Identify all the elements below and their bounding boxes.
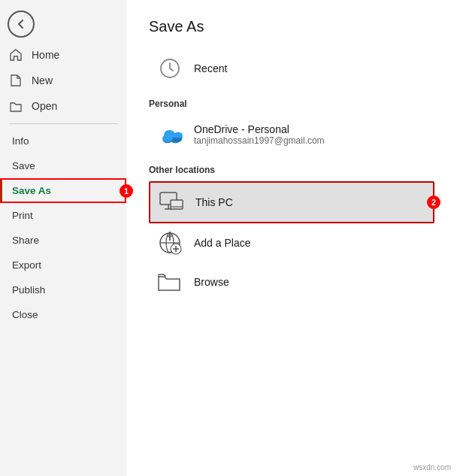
home-icon: [9, 48, 24, 62]
onedrive-text: OneDrive - Personal tanjimahossain1997@g…: [194, 123, 325, 146]
sidebar-item-open[interactable]: Open: [0, 93, 126, 119]
this-pc-wrapper: This PC 2: [149, 181, 434, 223]
sidebar-item-share[interactable]: Share: [0, 228, 126, 253]
open-icon: [9, 99, 24, 113]
browse-name: Browse: [194, 276, 229, 288]
onedrive-name: OneDrive - Personal: [194, 123, 325, 135]
add-place-icon: [156, 229, 183, 256]
new-label: New: [32, 74, 53, 86]
back-button[interactable]: [8, 11, 35, 38]
sidebar-item-home[interactable]: Home: [0, 42, 126, 68]
add-place-text: Add a Place: [194, 237, 251, 249]
sidebar-item-new[interactable]: New: [0, 68, 126, 93]
sidebar-item-export[interactable]: Export: [0, 253, 126, 277]
this-pc-text: This PC: [195, 196, 233, 208]
other-section-label: Other locations: [149, 165, 434, 175]
save-as-wrapper: Save As 1: [0, 178, 126, 203]
this-pc-icon: [158, 189, 185, 216]
add-place-name: Add a Place: [194, 237, 251, 249]
sidebar-item-save-as[interactable]: Save As: [0, 178, 126, 203]
svg-point-3: [162, 134, 173, 142]
sidebar-item-info[interactable]: Info: [0, 129, 126, 153]
main-content: Save As Recent Personal OneDrive - Perso…: [126, 0, 457, 476]
onedrive-icon: [156, 121, 183, 148]
onedrive-item[interactable]: OneDrive - Personal tanjimahossain1997@g…: [149, 115, 434, 154]
sidebar-item-print[interactable]: Print: [0, 203, 126, 228]
recent-text: Recent: [194, 62, 227, 74]
watermark: wsxdn.com: [413, 463, 451, 471]
badge-2: 2: [427, 196, 440, 209]
browse-icon: [156, 268, 183, 296]
recent-item[interactable]: Recent: [149, 49, 434, 88]
this-pc-name: This PC: [195, 196, 233, 208]
home-label: Home: [32, 49, 59, 61]
sidebar-item-publish[interactable]: Publish: [0, 277, 126, 302]
new-icon: [9, 74, 24, 87]
this-pc-item[interactable]: This PC 2: [149, 181, 434, 223]
svg-rect-7: [171, 200, 183, 209]
sidebar-item-save[interactable]: Save: [0, 153, 126, 178]
add-place-item[interactable]: Add a Place: [149, 223, 434, 262]
sidebar-divider: [9, 123, 117, 124]
open-label: Open: [32, 100, 57, 112]
onedrive-email: tanjimahossain1997@gmail.com: [194, 135, 325, 146]
personal-section-label: Personal: [149, 99, 434, 109]
browse-text: Browse: [194, 276, 229, 288]
browse-item[interactable]: Browse: [149, 262, 434, 302]
sidebar: Home New Open Info Save Save As: [0, 0, 126, 476]
page-title: Save As: [149, 18, 434, 35]
clock-icon: [156, 55, 183, 82]
sidebar-item-close[interactable]: Close: [0, 302, 126, 327]
recent-name: Recent: [194, 62, 227, 74]
badge-1: 1: [120, 184, 133, 198]
